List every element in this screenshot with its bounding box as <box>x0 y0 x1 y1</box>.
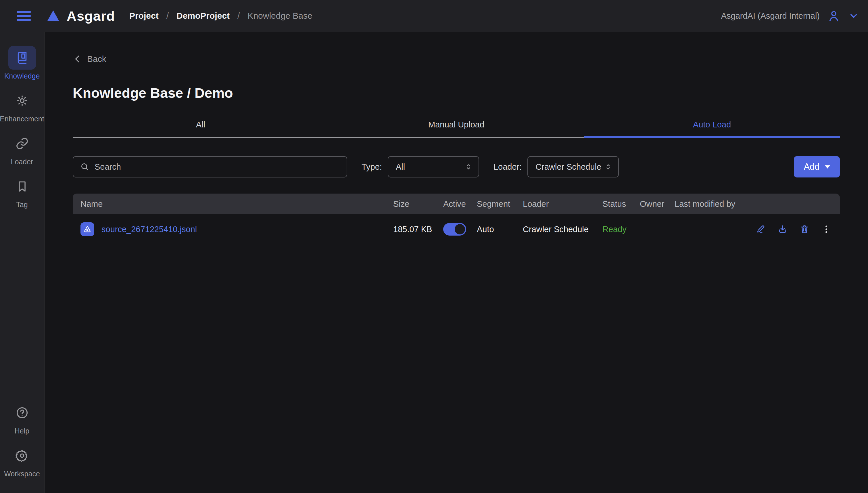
segment-cell: Auto <box>477 224 523 234</box>
sidebar-item-help[interactable]: Help <box>0 401 44 435</box>
sidebar-item-enhancement[interactable]: Enhancement <box>0 89 44 123</box>
help-circle-icon <box>16 406 29 420</box>
table-header-row: Name Size Active Segment Loader Status O… <box>73 194 840 214</box>
type-select[interactable]: All <box>388 156 479 177</box>
size-cell: 185.07 KB <box>393 224 443 234</box>
updown-chevrons-icon <box>464 163 473 171</box>
column-header-last-modified-by: Last modified by <box>675 199 762 209</box>
back-button[interactable]: Back <box>73 54 106 64</box>
column-header-owner: Owner <box>640 199 675 209</box>
toggle-knob <box>455 224 465 234</box>
sources-table: Name Size Active Segment Loader Status O… <box>73 194 840 244</box>
chevron-down-icon[interactable] <box>848 10 860 22</box>
sidebar-item-label: Workspace <box>4 470 40 478</box>
sidebar: Knowledge Enhancement Loader <box>0 31 45 493</box>
sidebar-item-knowledge[interactable]: Knowledge <box>0 46 44 80</box>
sidebar-item-label: Loader <box>11 158 33 166</box>
link-icon <box>16 137 29 150</box>
sidebar-item-label: Help <box>15 427 29 435</box>
sidebar-item-label: Enhancement <box>0 115 44 123</box>
type-filter-label: Type: <box>362 162 382 172</box>
edit-pencil-icon[interactable] <box>756 224 766 234</box>
tab-all[interactable]: All <box>73 120 328 138</box>
column-header-loader: Loader <box>523 199 602 209</box>
breadcrumb-separator: / <box>237 11 240 21</box>
account-name: AsgardAI (Asgard Internal) <box>721 11 820 21</box>
search-icon <box>80 162 89 171</box>
trash-icon[interactable] <box>800 224 809 234</box>
table-row: source_2671225410.jsonl 185.07 KB Auto C… <box>73 214 840 244</box>
file-type-icon <box>81 222 94 236</box>
breadcrumb-knowledge-base: Knowledge Base <box>248 11 312 21</box>
column-header-segment: Segment <box>477 199 523 209</box>
breadcrumb-demoproject[interactable]: DemoProject <box>177 11 230 21</box>
name-cell: source_2671225410.jsonl <box>73 222 393 236</box>
active-toggle[interactable] <box>443 223 466 236</box>
column-header-status: Status <box>602 199 640 209</box>
breadcrumb-separator: / <box>166 11 169 21</box>
triangle-logo-icon <box>47 10 59 21</box>
column-header-size: Size <box>393 199 443 209</box>
column-header-active: Active <box>443 199 477 209</box>
search-box[interactable] <box>73 156 347 177</box>
tab-bar: All Manual Upload Auto Load <box>73 120 840 138</box>
filter-row: Type: All Loader: Crawler Schedule <box>73 156 840 177</box>
breadcrumb-project[interactable]: Project <box>129 11 159 21</box>
brand-logo[interactable]: Asgard <box>47 8 115 24</box>
download-icon[interactable] <box>778 224 787 234</box>
hamburger-menu-icon[interactable] <box>17 11 31 21</box>
sidebar-item-label: Tag <box>16 200 28 209</box>
sidebar-item-workspace[interactable]: Workspace <box>0 444 44 478</box>
sidebar-item-label: Knowledge <box>4 72 40 80</box>
sun-icon <box>16 94 29 107</box>
status-badge: Ready <box>602 224 640 234</box>
type-select-value: All <box>396 162 405 172</box>
bookmark-icon <box>16 180 28 193</box>
book-icon <box>16 51 29 64</box>
file-name-link[interactable]: source_2671225410.jsonl <box>101 224 197 234</box>
row-actions <box>762 224 840 234</box>
user-icon[interactable] <box>827 9 840 22</box>
gear-icon <box>16 449 29 462</box>
search-input[interactable] <box>95 162 340 172</box>
logo-text: Asgard <box>67 8 115 24</box>
tab-manual-upload[interactable]: Manual Upload <box>328 120 584 138</box>
sidebar-bottom: Help Workspace <box>0 387 44 478</box>
top-bar: Asgard Project / DemoProject / Knowledge… <box>0 0 868 31</box>
kebab-menu-icon[interactable] <box>821 224 831 234</box>
active-cell <box>443 223 477 236</box>
updown-chevrons-icon <box>604 163 613 171</box>
sidebar-item-tag[interactable]: Tag <box>0 175 44 209</box>
column-header-name: Name <box>73 199 393 209</box>
app-window: Asgard Project / DemoProject / Knowledge… <box>0 0 868 493</box>
main-content: Back Knowledge Base / Demo All Manual Up… <box>45 31 868 493</box>
loader-cell: Crawler Schedule <box>523 224 602 234</box>
sidebar-item-loader[interactable]: Loader <box>0 132 44 166</box>
loader-select-value: Crawler Schedule <box>535 162 601 172</box>
add-button-label: Add <box>804 162 819 172</box>
loader-filter-label: Loader: <box>494 162 522 172</box>
header-account-area: AsgardAI (Asgard Internal) <box>721 9 860 22</box>
chevron-left-icon <box>73 54 83 64</box>
loader-select[interactable]: Crawler Schedule <box>527 156 619 177</box>
add-button[interactable]: Add <box>794 156 840 177</box>
page-title: Knowledge Base / Demo <box>73 85 840 101</box>
caret-down-icon <box>825 165 830 169</box>
breadcrumb: Project / DemoProject / Knowledge Base <box>129 11 313 21</box>
back-label: Back <box>87 54 106 64</box>
tab-auto-load[interactable]: Auto Load <box>584 120 840 138</box>
